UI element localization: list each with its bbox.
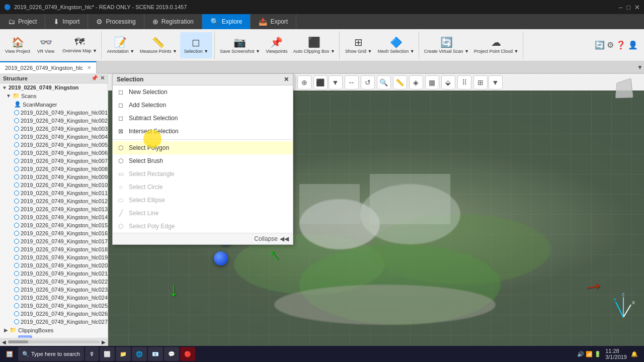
select-rectangle-item[interactable]: ▭ Select Rectangle: [113, 167, 293, 180]
sidebar-close-icon[interactable]: ✕: [100, 75, 105, 81]
scroll-thumb[interactable]: [8, 340, 28, 343]
tree-root[interactable]: ▼ 2019_0226_0749_Kingston: [0, 83, 108, 92]
taskbar-chrome[interactable]: 🌐: [132, 347, 147, 361]
close-button[interactable]: ✕: [634, 4, 640, 11]
list-item[interactable]: 2019_0226_0749_Kingston_hlc002: [12, 117, 108, 125]
list-item[interactable]: 2019_0226_0749_Kingston_hlc008: [12, 165, 108, 173]
new-selection-item[interactable]: ◻ New Selection: [113, 85, 293, 99]
start-button[interactable]: 🪟: [2, 347, 17, 361]
view-project-button[interactable]: 🏠 View Project: [4, 32, 31, 58]
sidebar-scroll-bar: ◀ ▶: [0, 338, 108, 346]
taskbar-file-explorer[interactable]: 📁: [116, 347, 131, 361]
tab-explore[interactable]: 🔍 Explore: [202, 14, 251, 29]
vr-view-icon: 👓: [40, 36, 52, 48]
taskbar-search[interactable]: 🔍 Type here to search: [18, 347, 84, 361]
add-selection-item[interactable]: ◻ Add Selection: [113, 99, 293, 112]
list-item[interactable]: 2019_0226_0749_Kingston_hlc015: [12, 221, 108, 229]
selection-button[interactable]: ◻ Selection ▼: [180, 32, 212, 58]
sidebar-pin-icon[interactable]: 📌: [91, 75, 98, 81]
auto-clipping-box-label: Auto Clipping Box ▼: [293, 49, 335, 54]
user-icon[interactable]: 👤: [628, 40, 638, 50]
overview-map-button[interactable]: 🗺 Overview Map ▼: [60, 32, 99, 58]
taskbar-task-view[interactable]: ⬜: [100, 347, 115, 361]
select-brush-item[interactable]: ⬡ Select Brush: [113, 154, 293, 167]
taskbar-notification-icon[interactable]: 🔔: [631, 351, 638, 357]
list-item[interactable]: 2019_0226_0749_Kingston_hlc006: [12, 149, 108, 157]
refresh-icon[interactable]: 🔄: [595, 40, 605, 50]
viewpoints-button[interactable]: 📌 Viewpoints: [263, 32, 290, 58]
scroll-left-icon[interactable]: ◀: [2, 339, 6, 345]
show-grid-button[interactable]: ⊞ Show Grid ▼: [343, 32, 375, 58]
list-item[interactable]: 2019_0226_0749_Kingston_hlc022: [12, 278, 108, 286]
collapse-button[interactable]: Collapse ◀◀: [113, 233, 293, 244]
scan-circle-icon: [14, 311, 19, 316]
list-item[interactable]: 2019_0226_0749_Kingston_hlc016: [12, 229, 108, 237]
tab-expand-button[interactable]: ▼: [636, 64, 644, 71]
list-item[interactable]: 2019_0226_0749_Kingston_hlc001: [12, 109, 108, 117]
tab-project[interactable]: 🗂 Project: [0, 14, 45, 29]
list-item[interactable]: 2019_0226_0749_Kingston_hlc004: [12, 133, 108, 141]
mesh-selection-button[interactable]: 🔷 Mesh Selection ▼: [376, 32, 417, 58]
selection-menu-close[interactable]: ✕: [284, 76, 289, 83]
list-item[interactable]: 2019_0226_0749_Kingston_hlc012: [12, 197, 108, 205]
list-item[interactable]: 2019_0226_0749_Kingston_hlc003: [12, 125, 108, 133]
select-polygon-item[interactable]: ⬡ Select Polygon: [113, 141, 293, 154]
viewport[interactable]: ↓ ↑ → Y X Z Selection ✕ ◻ New Selection: [108, 73, 644, 346]
create-virtual-scan-button[interactable]: 🔄 Create Virtual Scan ▼: [422, 32, 471, 58]
list-item[interactable]: 2019_0226_0749_Kingston_hlc005: [12, 141, 108, 149]
list-item[interactable]: 2019_0226_0749_Kingston_hlc007: [12, 157, 108, 165]
list-item[interactable]: 2019_0226_0749_Kingston_hlc020: [12, 261, 108, 269]
auto-clipping-box-button[interactable]: ⬛ Auto Clipping Box ▼: [291, 32, 337, 58]
taskbar-cortana[interactable]: 🎙: [85, 347, 99, 361]
minimize-button[interactable]: –: [619, 4, 622, 11]
tab-import[interactable]: ⬇ Import: [45, 14, 88, 29]
doc-tab-close[interactable]: ✕: [87, 65, 91, 70]
list-item[interactable]: 2019_0226_0749_Kingston_hlc025: [12, 302, 108, 310]
list-item[interactable]: 2019_0226_0749_Kingston_hlc009: [12, 173, 108, 181]
save-screenshot-button[interactable]: 📷 Save Screenshot ▼: [218, 32, 262, 58]
scroll-right-icon[interactable]: ▶: [102, 339, 106, 345]
measure-points-button[interactable]: 📏 Measure Points ▼: [138, 32, 179, 58]
nav-cube[interactable]: [614, 79, 636, 102]
list-item[interactable]: 2019_0226_0749_Kingston_hlc021: [12, 269, 108, 278]
scanmanager-item[interactable]: 👤 ScanManager: [12, 100, 108, 109]
view-group: 🏠 View Project 👓 VR View 🗺 Overview Map …: [2, 31, 102, 59]
taskbar-faro[interactable]: 🔴: [180, 347, 195, 361]
arrow-red: →: [581, 273, 606, 300]
maximize-button[interactable]: □: [626, 4, 630, 11]
clipping-boxes-item[interactable]: ▶ 📁 ClippingBoxes: [0, 326, 108, 334]
tab-export[interactable]: 📤 Export: [251, 14, 296, 29]
subtract-selection-item[interactable]: ◻ Subtract Selection: [113, 112, 293, 125]
taskbar-skype[interactable]: 💬: [164, 347, 179, 361]
intersect-selection-item[interactable]: ⊠ Intersect Selection: [113, 125, 293, 138]
scroll-track: [8, 340, 100, 343]
list-item[interactable]: 2019_0226_0749_Kingston_hlc018: [12, 245, 108, 253]
list-item[interactable]: 2019_0226_0749_Kingston_hlc013: [12, 205, 108, 213]
list-item[interactable]: 2019_0226_0749_Kingston_hlc014: [12, 213, 108, 221]
list-item[interactable]: 2019_0226_0749_Kingston_hlc010: [12, 181, 108, 189]
tab-processing[interactable]: ⚙ Processing: [88, 14, 144, 29]
list-item[interactable]: 2019_0226_0749_Kingston_hlc011: [12, 189, 108, 197]
settings-icon[interactable]: ⚙: [607, 40, 614, 50]
list-item[interactable]: 2019_0226_0749_Kingston_hlc024: [12, 294, 108, 302]
list-item[interactable]: 2019_0226_0749_Kingston_hlc026: [12, 310, 108, 318]
list-item[interactable]: 2019_0226_0749_Kingston_hlc017: [12, 237, 108, 245]
sidebar-header: Structure 📌 ✕: [0, 73, 108, 83]
list-item[interactable]: 2019_0226_0749_Kingston_hlc027: [12, 318, 108, 326]
scans-header[interactable]: ▼ 📁 Scans: [4, 92, 108, 100]
taskbar-outlook[interactable]: 📧: [148, 347, 163, 361]
tab-registration[interactable]: ⊕ Registration: [144, 14, 202, 29]
help-icon[interactable]: ❓: [616, 40, 626, 50]
select-line-item[interactable]: ╱ Select Line: [113, 207, 293, 220]
select-circle-item[interactable]: ○ Select Circle: [113, 180, 293, 194]
vr-view-button[interactable]: 👓 VR View: [32, 32, 59, 58]
select-ellipse-item[interactable]: ⬭ Select Ellipse: [113, 194, 293, 207]
list-item[interactable]: 2019_0226_0749_Kingston_hlc019: [12, 253, 108, 261]
project-point-cloud-button[interactable]: ☁ Project Point Cloud ▼: [472, 32, 520, 58]
select-poly-edge-item[interactable]: ⬡ Select Poly Edge: [113, 220, 293, 233]
scan-label: 2019_0226_0749_Kingston_hlc009: [21, 174, 108, 180]
root-label: 2019_0226_0749_Kingston: [9, 84, 78, 90]
list-item[interactable]: 2019_0226_0749_Kingston_hlc023: [12, 286, 108, 294]
annotation-button[interactable]: 📝 Annotation ▼: [105, 32, 137, 58]
doc-tab-kingston[interactable]: 2019_0226_0749_Kingston_hlc ✕: [0, 61, 97, 73]
